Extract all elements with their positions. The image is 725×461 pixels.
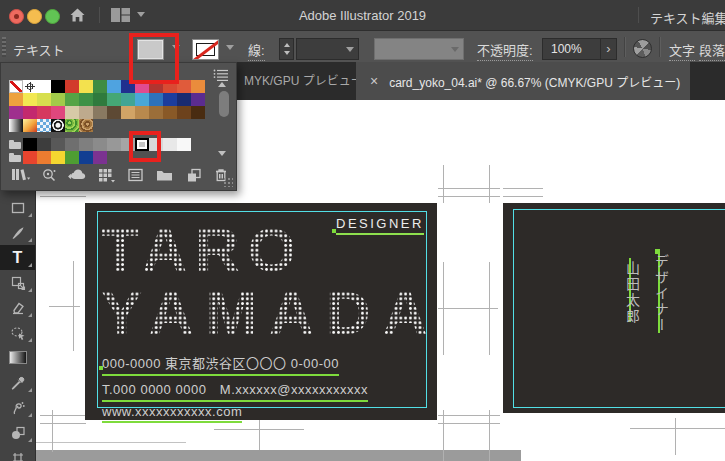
none-swatch[interactable] [9,80,23,93]
color-swatch[interactable] [107,106,121,119]
paragraph-panel-link[interactable]: 段落 [699,40,725,61]
color-swatch[interactable] [93,151,107,164]
color-swatch[interactable] [121,93,135,106]
gradient-warm-swatch[interactable] [23,119,37,132]
opacity-label[interactable]: 不透明度: [477,40,533,61]
stroke-color-swatch[interactable] [192,39,219,60]
color-themes-icon[interactable] [41,167,59,187]
color-swatch[interactable] [79,80,93,93]
scrollbar-thumb[interactable] [219,91,229,117]
type-tool[interactable]: T [0,245,35,270]
color-swatch[interactable] [65,151,79,164]
chevron-down-icon[interactable] [346,47,354,52]
card-name-vertical-text[interactable]: 山田太郎 [622,261,642,325]
artboard-tool[interactable] [0,445,35,461]
eraser-tool[interactable] [0,295,35,320]
color-swatch[interactable] [177,106,191,119]
color-swatch[interactable] [149,93,163,106]
color-swatch[interactable] [191,93,205,106]
color-swatch[interactable] [163,93,177,106]
active-document-tab[interactable]: × card_yoko_04.ai* @ 66.67% (CMYK/GPU プレ… [356,62,690,100]
stroke-weight-stepper[interactable] [279,38,294,60]
color-swatch[interactable] [93,106,107,119]
symbol-sprayer-tool[interactable] [0,395,35,420]
color-swatch[interactable] [37,151,51,164]
color-swatch[interactable] [79,151,93,164]
stepper-up-icon[interactable] [284,43,290,47]
gradient-tool[interactable] [0,345,35,370]
card-role-vertical-text[interactable]: デザイナー [651,254,671,334]
inactive-document-tab[interactable]: MYK/GPU プレビュー) [244,62,367,100]
color-swatch[interactable] [191,106,205,119]
color-swatch[interactable] [107,80,121,93]
color-swatch[interactable] [23,93,37,106]
panel-resize-grip[interactable] [223,177,233,187]
color-swatch[interactable] [51,138,65,151]
card-name-text[interactable]: TARO [101,219,304,281]
color-swatch[interactable] [163,106,177,119]
color-swatch[interactable] [23,138,37,151]
color-swatch[interactable] [51,93,65,106]
workspace-label[interactable]: テキスト編集 [650,8,725,27]
card-contact-text[interactable]: T.000 0000 0000 M.xxxxxx@xxxxxxxxxxx [102,379,368,402]
scroll-up-icon[interactable] [218,82,226,87]
color-swatch[interactable] [37,93,51,106]
color-swatch[interactable] [93,80,107,93]
color-swatch[interactable] [135,93,149,106]
card-name-text[interactable]: YAMADA [101,282,439,344]
color-swatch[interactable] [79,138,93,151]
color-swatch[interactable] [107,138,121,151]
color-swatch[interactable] [163,138,177,151]
stepper-down-icon[interactable] [284,51,290,55]
color-swatch[interactable] [37,80,51,93]
color-swatch[interactable] [107,93,121,106]
color-swatch[interactable] [177,138,191,151]
color-swatch[interactable] [79,93,93,106]
color-swatch[interactable] [79,106,93,119]
color-swatch[interactable] [135,106,149,119]
paintbrush-tool[interactable] [0,220,35,245]
stroke-weight-field[interactable] [296,38,359,60]
eyedropper-tool[interactable] [0,370,35,395]
swatch-kinds-icon[interactable] [97,167,117,187]
color-swatch[interactable] [9,93,23,106]
color-swatch[interactable] [177,80,191,93]
color-swatch[interactable] [121,106,135,119]
new-color-group-icon[interactable] [155,167,175,187]
color-swatch[interactable] [37,138,51,151]
color-group-folder-icon[interactable] [9,138,23,151]
shape-builder-tool[interactable] [0,420,35,445]
color-swatch[interactable] [51,80,65,93]
color-swatch[interactable] [191,80,205,93]
panel-grip[interactable] [2,37,6,57]
card-website-text[interactable]: www.xxxxxxxxxxx.com [102,404,242,423]
color-swatch[interactable] [65,80,79,93]
pattern-dots-swatch[interactable] [51,119,65,132]
color-swatch[interactable] [65,93,79,106]
scroll-down-icon[interactable] [218,151,226,156]
swatch-options-icon[interactable] [127,167,145,187]
color-swatch[interactable] [37,106,51,119]
new-swatch-icon[interactable] [185,167,203,187]
gradient-bw-swatch[interactable] [9,119,23,132]
opacity-more-button[interactable]: › [601,38,617,60]
color-swatch[interactable] [177,93,191,106]
color-swatch[interactable] [23,151,37,164]
add-to-library-icon[interactable] [67,167,91,187]
3d-sphere-icon[interactable] [633,39,652,58]
color-swatch[interactable] [51,106,65,119]
tab-close-icon[interactable]: × [370,73,378,89]
pattern-checker-swatch[interactable] [37,119,51,132]
swatch-libraries-icon[interactable] [11,167,31,187]
pattern-green-swatch[interactable] [65,119,79,132]
pattern-brown-swatch[interactable] [79,119,93,132]
stroke-weight-label[interactable]: 線: [248,40,265,61]
color-swatch[interactable] [93,138,107,151]
color-group-folder-icon[interactable] [9,151,23,164]
character-panel-link[interactable]: 文字 [669,40,695,61]
color-swatch[interactable] [9,106,23,119]
shaper-tool[interactable] [0,320,35,345]
stroke-chevron-down-icon[interactable] [226,45,234,50]
card-role-text[interactable]: DESIGNER [336,216,424,235]
rectangle-tool[interactable] [0,195,35,220]
